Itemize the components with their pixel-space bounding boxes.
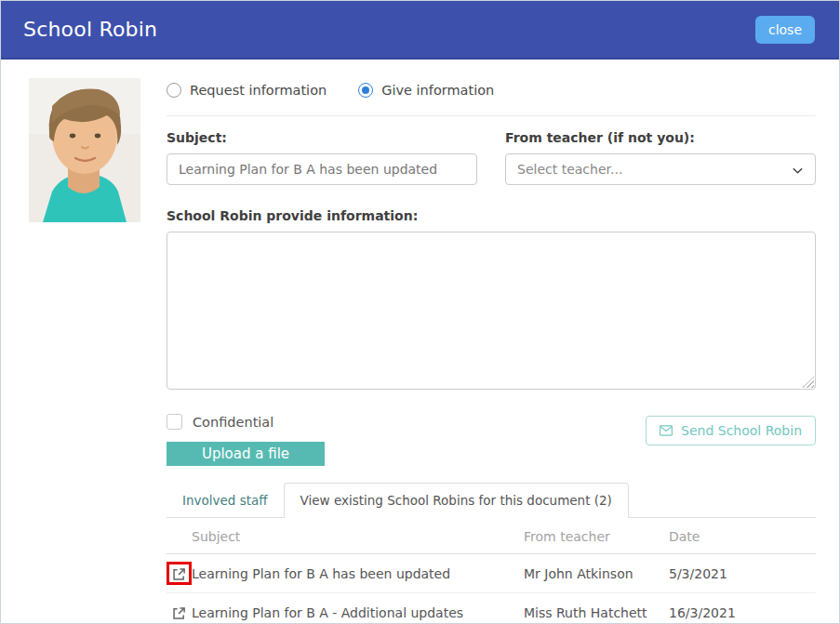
radio-request-information-label: Request information [190,83,327,98]
subject-teacher-grid: Subject: From teacher (if not you): Sele… [167,130,816,185]
column-header-date: Date [669,529,816,544]
actions-row: Confidential Upload a file Send School R… [167,414,816,466]
table-header-row: Subject From teacher Date [167,518,816,554]
table-row: Learning Plan for B A has been updated M… [167,554,816,592]
radio-request-information[interactable]: Request information [167,83,327,98]
school-robin-modal: School Robin close Request information [0,0,840,624]
row-teacher: Mr John Atkinson [524,566,669,581]
confidential-checkbox-row[interactable]: Confidential [167,414,325,430]
from-teacher-select[interactable]: Select teacher... [505,153,816,185]
modal-header: School Robin close [1,1,839,60]
from-teacher-selected-value: Select teacher... [517,162,622,177]
student-photo [29,78,140,222]
send-school-robin-button[interactable]: Send School Robin [646,416,816,445]
tab-view-existing-school-robins[interactable]: View existing School Robins for this doc… [284,483,629,518]
confidential-label: Confidential [193,415,273,430]
provide-information-textarea[interactable] [167,232,816,390]
radio-give-information[interactable]: Give information [358,83,494,98]
row-teacher: Miss Ruth Hatchett [524,605,669,620]
column-header-from-teacher: From teacher [524,529,669,544]
confidential-checkbox[interactable] [167,414,182,430]
subject-field-group: Subject: [167,130,477,185]
envelope-icon [660,425,673,436]
icon-box [167,601,192,624]
subject-label: Subject: [167,130,477,145]
highlight-annotation-box [167,562,192,585]
section-divider [167,115,816,116]
modal-body: Request information Give information Sub… [1,60,839,624]
radio-give-information-label: Give information [381,83,494,98]
external-link-icon[interactable] [172,567,186,581]
row-date: 5/3/2021 [669,566,816,581]
radio-circle-icon[interactable] [358,83,373,98]
row-subject: Learning Plan for B A has been updated [192,566,524,581]
row-icon-cell [167,601,192,624]
external-link-icon[interactable] [172,606,186,620]
row-date: 16/3/2021 [669,605,816,620]
row-subject: Learning Plan for B A - Additional updat… [192,605,524,620]
column-header-subject: Subject [192,529,524,544]
modal-main-column: Request information Give information Sub… [167,83,816,624]
confidential-upload-stack: Confidential Upload a file [167,414,325,466]
upload-file-button[interactable]: Upload a file [167,442,325,466]
from-teacher-field-group: From teacher (if not you): Select teache… [505,130,816,185]
close-button[interactable]: close [755,16,815,44]
send-school-robin-label: Send School Robin [681,423,802,438]
modal-title: School Robin [23,18,157,41]
provide-information-wrap [167,232,816,390]
tabs-bar: Involved staff View existing School Robi… [167,483,816,518]
from-teacher-label: From teacher (if not you): [505,130,816,145]
provide-information-label: School Robin provide information: [167,208,816,223]
subject-input[interactable] [167,153,477,185]
table-row: Learning Plan for B A - Additional updat… [167,592,816,624]
school-robins-table: Subject From teacher Date [167,518,816,624]
row-icon-cell [167,562,192,585]
chevron-down-icon [792,165,804,177]
tab-involved-staff[interactable]: Involved staff [167,484,284,517]
information-type-radio-group: Request information Give information [167,83,816,98]
radio-circle-icon[interactable] [167,83,181,98]
